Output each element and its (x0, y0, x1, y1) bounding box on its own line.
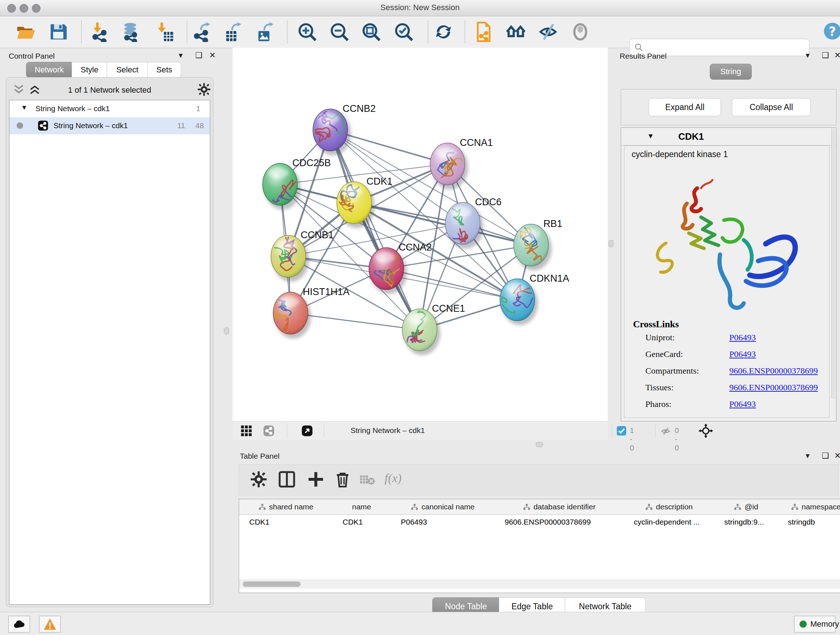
network-view-icon[interactable] (263, 425, 275, 437)
export-table-icon[interactable] (223, 22, 243, 42)
network-view-title: String Network – cdk1 (351, 426, 425, 435)
fit-content-crosshair-icon[interactable] (699, 424, 713, 438)
collapse-all-button[interactable]: Collapse All (732, 98, 811, 116)
crosslinks-title: CrossLinks (633, 319, 679, 330)
cell-namespace[interactable]: stringdb (778, 515, 840, 530)
tab-string[interactable]: String (710, 64, 752, 80)
column-header-namespace[interactable]: namespace (778, 499, 840, 515)
gene-card-header[interactable]: ▼ CDK1 (621, 128, 836, 146)
search-input[interactable] (647, 41, 804, 54)
gene-description: cyclin-dependent kinase 1 (632, 149, 728, 159)
crosslink-genecard[interactable]: P06493 (729, 349, 756, 359)
import-database-icon[interactable] (120, 22, 141, 42)
zoom-fit-icon[interactable] (361, 22, 381, 42)
cloud-button[interactable] (8, 616, 30, 632)
zoom-out-icon[interactable] (329, 22, 349, 42)
gene-card: ▼ CDK1 cyclin-dependent kinase 1 (621, 127, 836, 421)
column-type-icon (258, 502, 269, 511)
show-columns-icon[interactable] (278, 470, 295, 488)
open-session-icon[interactable] (16, 22, 36, 42)
tab-select[interactable]: Select (107, 62, 148, 78)
selected-checkbox[interactable] (617, 426, 626, 435)
crosslink-uniprot[interactable]: P06493 (729, 333, 756, 342)
results-panel-menu-icon[interactable]: ▾ (806, 51, 810, 60)
svg-text:?: ? (829, 24, 836, 39)
tab-network[interactable]: Network (26, 62, 73, 78)
show-all-icon[interactable] (570, 22, 591, 42)
table-panel-close-icon[interactable]: ✕ (834, 451, 840, 461)
first-neighbors-icon[interactable] (506, 22, 526, 42)
column-header-description[interactable]: description (624, 499, 714, 515)
network-selection-status: 1 of 1 Network selected (6, 86, 213, 95)
table-panel-float-icon[interactable]: ❑ (822, 451, 829, 461)
gene-disclosure-icon[interactable]: ▼ (647, 132, 654, 140)
column-header--id[interactable]: @id (714, 499, 778, 515)
crosslink-pharos[interactable]: P06493 (729, 399, 756, 409)
expand-all-button[interactable]: Expand All (649, 98, 721, 116)
zoom-selected-icon[interactable] (393, 22, 414, 42)
gear-icon[interactable] (197, 82, 211, 96)
network-view-footer: String Network – cdk1 1 - 0 0 - 0 (233, 421, 608, 440)
column-type-icon (791, 502, 802, 511)
cell-description[interactable]: cyclin-dependent ... (624, 515, 714, 530)
cell--id[interactable]: stringdb:9... (714, 515, 778, 530)
column-header-shared-name[interactable]: shared name (239, 499, 333, 515)
table-panel-title: Table Panel (240, 452, 279, 461)
control-panel-menu-icon[interactable]: ▾ (179, 51, 183, 60)
node-table[interactable]: shared namenamecanonical namedatabase id… (239, 499, 840, 593)
results-scrollbar[interactable] (831, 128, 835, 399)
cell-name[interactable]: CDK1 (332, 515, 391, 530)
grid-view-icon[interactable] (240, 425, 252, 437)
column-header-database-identifier[interactable]: database identifier (494, 499, 624, 515)
birds-eye-view-icon[interactable] (302, 425, 313, 437)
control-panel-close-icon[interactable]: ✕ (209, 51, 216, 60)
memory-button[interactable]: Memory (794, 616, 835, 632)
table-hscrollbar[interactable] (239, 580, 840, 589)
column-type-icon (734, 502, 745, 511)
results-panel-float-icon[interactable]: ❑ (822, 51, 829, 60)
import-table-icon[interactable] (154, 22, 174, 42)
svg-text:RB1: RB1 (543, 218, 562, 229)
table-toolbar: f(x) (239, 464, 838, 496)
warnings-button[interactable] (39, 616, 61, 632)
delete-column-icon[interactable] (334, 470, 351, 488)
column-header-name[interactable]: name (332, 499, 391, 515)
save-session-icon[interactable] (48, 22, 68, 42)
window-title: Session: New Session (0, 3, 840, 12)
svg-text:CDK1: CDK1 (366, 176, 393, 187)
table-hscrollbar-thumb[interactable] (243, 581, 301, 587)
network-canvas[interactable]: CCNB2CCNA1CDC25BCDK1CDC6RB1CCNB1CCNA2CDK… (233, 48, 608, 421)
table-gear-icon[interactable] (250, 470, 267, 488)
tab-sets[interactable]: Sets (147, 62, 181, 78)
network-from-file-icon[interactable] (474, 22, 494, 42)
export-network-icon[interactable] (192, 22, 212, 42)
results-panel-close-icon[interactable]: ✕ (834, 51, 840, 60)
help-icon[interactable]: ? (822, 21, 840, 41)
network-label: String Network – cdk1 (54, 121, 128, 130)
string-network-graph[interactable]: CCNB2CCNA1CDC25BCDK1CDC6RB1CCNB1CCNA2CDK… (233, 48, 608, 421)
hide-selected-icon[interactable] (538, 22, 558, 42)
tab-style[interactable]: Style (72, 62, 107, 78)
import-network-icon[interactable] (89, 22, 110, 42)
zoom-in-icon[interactable] (297, 22, 317, 42)
network-row[interactable]: String Network – cdk1 11 48 (9, 117, 210, 134)
crosslink-tissues[interactable]: 9606.ENSP00000378699 (729, 383, 818, 393)
right-splitter-handle[interactable] (608, 240, 614, 247)
cell-shared-name[interactable]: CDK1 (239, 515, 332, 530)
left-splitter-handle[interactable] (224, 327, 229, 334)
network-collection-row[interactable]: ▼ String Network – cdk1 1 (9, 100, 210, 117)
apply-layout-icon[interactable] (433, 22, 454, 42)
crosslink-compartments[interactable]: 9606.ENSP00000378699 (729, 366, 818, 376)
cell-canonical-name[interactable]: P06493 (391, 515, 494, 530)
hidden-eye-icon (660, 426, 671, 436)
bottom-splitter-handle[interactable] (536, 442, 543, 447)
table-panel-menu-icon[interactable]: ▾ (806, 451, 810, 461)
control-panel-float-icon[interactable]: ❑ (195, 51, 202, 60)
cell-database-identifier[interactable]: 9606.ENSP00000378699 (494, 515, 624, 530)
svg-text:CCNB2: CCNB2 (343, 103, 376, 114)
add-column-icon[interactable] (307, 470, 325, 488)
export-image-icon[interactable] (255, 22, 275, 42)
column-header-canonical-name[interactable]: canonical name (391, 499, 495, 515)
collection-disclosure-icon[interactable]: ▼ (21, 104, 27, 111)
column-type-icon (523, 502, 534, 511)
